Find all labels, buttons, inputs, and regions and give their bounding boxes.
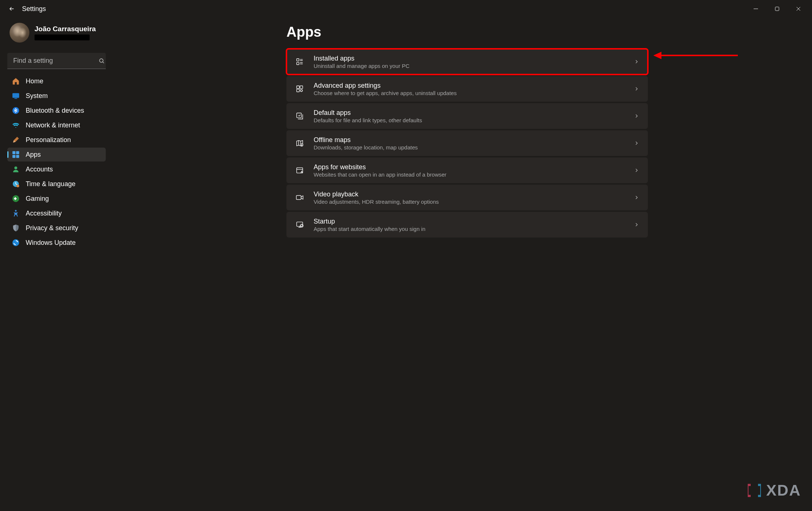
sidebar-item-label: Privacy & security	[26, 224, 78, 232]
chevron-right-icon	[634, 195, 639, 200]
maps-icon	[295, 139, 304, 148]
sidebar-item-label: Windows Update	[26, 239, 76, 247]
card-default-apps[interactable]: Default apps Defaults for file and link …	[286, 103, 648, 129]
card-sub: Defaults for file and link types, other …	[314, 117, 634, 123]
sidebar-item-label: Accessibility	[26, 210, 62, 217]
titlebar: Settings	[0, 0, 812, 18]
xda-logo-icon	[746, 482, 763, 499]
chevron-right-icon	[634, 168, 639, 173]
card-video-playback[interactable]: Video playback Video adjustments, HDR st…	[286, 185, 648, 210]
card-title: Offline maps	[314, 136, 634, 144]
advanced-settings-icon	[295, 84, 304, 93]
sidebar-item-system[interactable]: System	[7, 89, 106, 103]
card-sub: Choose where to get apps, archive apps, …	[314, 90, 634, 96]
close-button[interactable]	[788, 1, 809, 16]
nav: Home System Bluetooth & devices Network …	[7, 74, 106, 250]
windows-update-icon	[12, 239, 20, 247]
sidebar-item-label: Apps	[26, 151, 41, 159]
svg-rect-25	[296, 196, 301, 200]
svg-point-10	[14, 166, 17, 169]
sidebar-item-bluetooth[interactable]: Bluetooth & devices	[7, 104, 106, 117]
svg-rect-20	[297, 89, 299, 92]
sidebar-item-home[interactable]: Home	[7, 74, 106, 88]
bluetooth-icon	[12, 106, 20, 115]
sidebar: João Carrasqueira Home System Bluetoot	[7, 18, 110, 511]
svg-rect-7	[16, 151, 19, 154]
sidebar-item-time[interactable]: Time & language	[7, 177, 106, 191]
card-title: Video playback	[314, 191, 634, 198]
chevron-right-icon	[634, 222, 639, 227]
svg-point-15	[12, 239, 19, 246]
privacy-icon	[12, 224, 20, 232]
svg-rect-0	[754, 9, 758, 9]
sidebar-item-network[interactable]: Network & internet	[7, 118, 106, 132]
chevron-right-icon	[634, 113, 639, 119]
svg-point-14	[15, 210, 17, 212]
card-apps-websites[interactable]: Apps for websites Websites that can open…	[286, 157, 648, 183]
card-sub: Video adjustments, HDR streaming, batter…	[314, 199, 634, 205]
svg-rect-4	[14, 98, 17, 99]
sidebar-item-apps[interactable]: Apps	[7, 148, 106, 162]
card-sub: Downloads, storage location, map updates	[314, 144, 634, 151]
card-installed-apps[interactable]: Installed apps Uninstall and manage apps…	[286, 49, 648, 75]
sidebar-item-label: Home	[26, 77, 43, 85]
apps-icon	[12, 151, 20, 159]
minimize-icon	[753, 6, 758, 11]
sidebar-item-label: Bluetooth & devices	[26, 107, 84, 115]
time-icon	[12, 180, 20, 188]
svg-rect-17	[297, 62, 299, 65]
svg-point-21	[300, 90, 303, 92]
svg-point-12	[17, 185, 19, 188]
svg-rect-9	[16, 155, 19, 158]
svg-rect-19	[300, 86, 303, 88]
svg-rect-22	[297, 113, 302, 118]
wifi-icon	[12, 121, 20, 129]
sidebar-item-label: System	[26, 92, 48, 100]
sidebar-item-label: Personalization	[26, 136, 71, 144]
websites-icon	[295, 166, 304, 175]
user-block[interactable]: João Carrasqueira	[7, 18, 106, 50]
sidebar-item-gaming[interactable]: Gaming	[7, 192, 106, 206]
startup-icon	[295, 220, 304, 229]
user-email-redacted	[35, 35, 90, 40]
watermark-text: XDA	[766, 482, 801, 499]
card-sub: Uninstall and manage apps on your PC	[314, 63, 634, 69]
chevron-right-icon	[634, 59, 639, 64]
close-icon	[796, 6, 801, 11]
home-icon	[12, 77, 20, 85]
sidebar-item-label: Gaming	[26, 195, 49, 203]
user-name: João Carrasqueira	[35, 25, 96, 33]
svg-rect-6	[12, 151, 15, 154]
svg-rect-8	[12, 155, 15, 158]
sidebar-item-privacy[interactable]: Privacy & security	[7, 221, 106, 235]
personalization-icon	[12, 136, 20, 144]
sidebar-item-label: Time & language	[26, 180, 75, 188]
card-title: Advanced app settings	[314, 82, 634, 90]
accounts-icon	[12, 165, 20, 173]
card-advanced-settings[interactable]: Advanced app settings Choose where to ge…	[286, 76, 648, 102]
card-offline-maps[interactable]: Offline maps Downloads, storage location…	[286, 130, 648, 156]
main-content: Apps Installed apps Uninstall and manage…	[110, 18, 735, 511]
back-button[interactable]	[3, 0, 21, 18]
search-icon	[98, 58, 105, 64]
window-title: Settings	[22, 5, 46, 13]
sidebar-item-accounts[interactable]: Accounts	[7, 162, 106, 176]
card-title: Default apps	[314, 109, 634, 117]
sidebar-item-label: Accounts	[26, 166, 53, 173]
sidebar-item-accessibility[interactable]: Accessibility	[7, 206, 106, 220]
maximize-button[interactable]	[766, 1, 788, 16]
card-title: Startup	[314, 218, 634, 225]
accessibility-icon	[12, 209, 20, 217]
search-input[interactable]	[13, 57, 98, 65]
card-title: Installed apps	[314, 55, 634, 62]
sidebar-item-windows-update[interactable]: Windows Update	[7, 236, 106, 250]
page-title: Apps	[286, 24, 735, 40]
minimize-button[interactable]	[745, 1, 766, 16]
maximize-icon	[775, 6, 780, 11]
card-startup[interactable]: Startup Apps that start automatically wh…	[286, 212, 648, 238]
search-box[interactable]	[7, 53, 106, 69]
back-arrow-icon	[8, 6, 15, 12]
system-icon	[12, 92, 20, 100]
gaming-icon	[12, 195, 20, 203]
sidebar-item-personalization[interactable]: Personalization	[7, 133, 106, 147]
